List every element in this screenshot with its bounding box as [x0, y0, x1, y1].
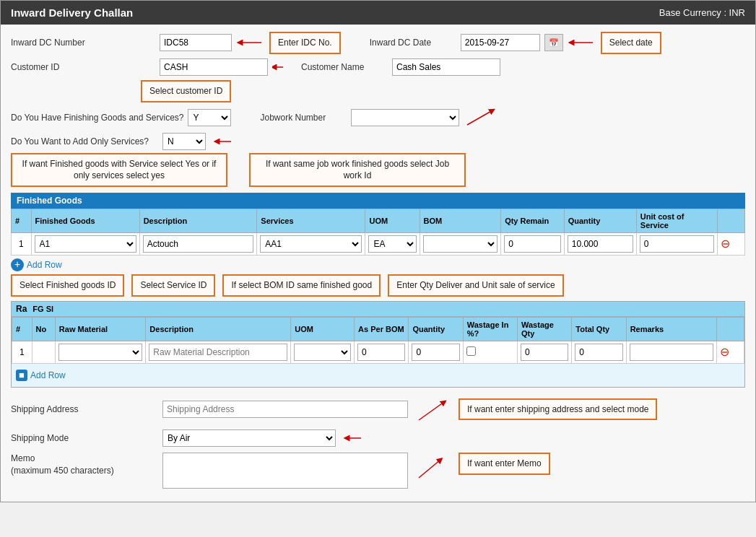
jobwork-number-select[interactable] — [351, 109, 459, 126]
rm-col-remarks: Remarks — [626, 317, 717, 341]
svg-line-7 — [419, 460, 440, 478]
bottom-fields: Shipping Address If want enter shipping … — [11, 395, 745, 489]
arrow-shipping — [415, 395, 451, 424]
rm-col-raw-material: Raw Material — [55, 317, 146, 341]
fg-uom-select[interactable]: EA — [368, 235, 416, 253]
annotation-select-service-id: Select Service ID — [131, 274, 215, 297]
annotation-select-customer: Select customer ID — [141, 80, 231, 102]
fg-add-row-icon: + — [11, 258, 24, 271]
rm-col-uom: UOM — [291, 317, 355, 341]
rm-remarks-input[interactable] — [630, 344, 714, 361]
fg-unit-cost-input[interactable] — [640, 235, 715, 253]
rm-add-row-icon: ■ — [16, 370, 27, 381]
rm-quantity-input[interactable] — [412, 344, 459, 361]
rm-section-ray-label: Ra — [16, 304, 27, 314]
form-body: Inward DC Number Enter IDC No. Inward DC… — [1, 25, 755, 502]
rm-wastage-checkbox[interactable] — [466, 346, 476, 356]
inward-dc-date-input[interactable] — [461, 34, 540, 51]
fg-row-remove: ⊖ — [718, 233, 745, 256]
fg-col-unit-cost: Unit cost of Service — [636, 209, 718, 233]
fg-col-finished-goods: Finished Goods — [31, 209, 139, 233]
inward-dc-number-input[interactable] — [160, 34, 232, 51]
rm-col-quantity: Quantity — [409, 317, 463, 341]
annotation-select-fg-id: Select Finished goods ID — [11, 274, 124, 297]
page-header: Inward Delivery Challan Base Currency : … — [1, 1, 755, 25]
base-currency: Base Currency : INR — [659, 7, 745, 18]
fg-col-bom: BOM — [420, 209, 501, 233]
rm-row-raw-material — [55, 341, 146, 363]
fg-description-input[interactable] — [143, 235, 254, 253]
fg-row-finished-goods: A1 — [31, 233, 139, 256]
shipping-address-input[interactable] — [162, 401, 408, 418]
inward-dc-number-label: Inward DC Number — [11, 38, 155, 48]
shipping-mode-row: Shipping Mode By Air By Road By Sea By R… — [11, 429, 745, 447]
fg-bom-select[interactable] — [423, 235, 498, 253]
annotation-select-bom-id: If select BOM ID same finished good — [222, 274, 381, 297]
raw-material-table: # No Raw Material Description UOM As Per… — [12, 317, 744, 364]
jobwork-number-label: Jobwork Number — [260, 113, 347, 123]
fg-remove-button[interactable]: ⊖ — [721, 238, 730, 250]
fg-row-quantity — [564, 233, 636, 256]
fg-col-qty-remain: Qty Remain — [501, 209, 565, 233]
rm-table-row: 1 — [12, 341, 744, 363]
shipping-address-row: Shipping Address If want enter shipping … — [11, 395, 745, 424]
fg-col-uom: UOM — [365, 209, 420, 233]
rm-total-qty-input[interactable] — [575, 344, 622, 361]
shipping-mode-label: Shipping Mode — [11, 433, 155, 443]
finished-goods-table: # Finished Goods Description Services UO… — [11, 209, 745, 256]
rm-fg-sl-label: FG Sl — [32, 305, 53, 313]
arrow-only-services — [213, 134, 235, 149]
calendar-button[interactable]: 📅 — [544, 34, 563, 51]
fg-services-select[interactable]: AA1 — [260, 235, 362, 253]
fg-qty-remain-input[interactable] — [504, 235, 561, 253]
finishing-goods-select[interactable]: Y N — [188, 109, 231, 126]
rm-row-remove: ⊖ — [717, 341, 744, 363]
fg-table-row: 1 A1 AA1 — [12, 233, 745, 256]
rm-raw-material-select[interactable] — [58, 344, 143, 361]
rm-row-uom — [291, 341, 355, 363]
memo-label: Memo (maximum 450 characters) — [11, 453, 155, 477]
rm-uom-select[interactable] — [294, 344, 351, 361]
shipping-mode-select[interactable]: By Air By Road By Sea By Rail — [162, 429, 336, 447]
annotation-select-date: Select date — [601, 32, 661, 54]
fg-row-uom: EA — [365, 233, 420, 256]
only-services-label: Do You Want to Add Only Services? — [11, 136, 155, 147]
inward-dc-date-label: Inward DC Date — [370, 38, 456, 48]
rm-col-as-per-bom: As Per BOM — [355, 317, 409, 341]
customer-id-input[interactable] — [160, 58, 268, 76]
annotation-shipping-note: If want enter shipping address and selec… — [459, 398, 657, 421]
arrow-shipping-mode — [343, 431, 365, 445]
svg-line-3 — [467, 110, 492, 125]
fg-row-num: 1 — [12, 233, 32, 256]
customer-name-input[interactable] — [392, 58, 500, 76]
annotation-enter-idc: Enter IDC No. — [269, 32, 341, 54]
rm-row-remarks — [626, 341, 717, 363]
finishing-goods-label: Do You Have Finishing Goods and Services… — [11, 113, 183, 123]
rm-col-no: No — [32, 317, 55, 341]
fg-add-row-link[interactable]: + Add Row — [11, 258, 745, 271]
rm-row-num: 1 — [12, 341, 32, 363]
rm-as-per-bom-input[interactable] — [357, 344, 405, 361]
annotation-finished-goods-note: If want Finished goods with Service sele… — [11, 153, 227, 188]
arrow-memo — [415, 453, 451, 481]
fg-row-unit-cost — [636, 233, 718, 256]
rm-row-no — [32, 341, 55, 363]
fg-quantity-input[interactable] — [568, 235, 633, 253]
rm-col-description: Description — [146, 317, 291, 341]
shipping-address-label: Shipping Address — [11, 404, 155, 414]
rm-add-row-link[interactable]: ■ Add Row — [16, 370, 740, 381]
customer-name-label: Customer Name — [301, 62, 388, 72]
only-services-select[interactable]: N Y — [162, 133, 206, 150]
fg-col-action — [718, 209, 745, 233]
annotation-enter-qty: Enter Qty Deliver and Unit sale of servi… — [388, 274, 563, 297]
rm-description-input[interactable] — [149, 344, 287, 361]
rm-remove-button[interactable]: ⊖ — [720, 346, 729, 358]
memo-input[interactable] — [162, 453, 408, 489]
rm-col-total-qty: Total Qty — [572, 317, 626, 341]
rm-col-wastage-pct: Wastage In %? — [463, 317, 517, 341]
fg-finished-goods-select[interactable]: A1 — [35, 235, 136, 253]
annotation-memo-note: If want enter Memo — [459, 453, 550, 475]
rm-col-num: # — [12, 317, 32, 341]
rm-row-total-qty — [572, 341, 626, 363]
rm-wastage-qty-input[interactable] — [521, 344, 568, 361]
